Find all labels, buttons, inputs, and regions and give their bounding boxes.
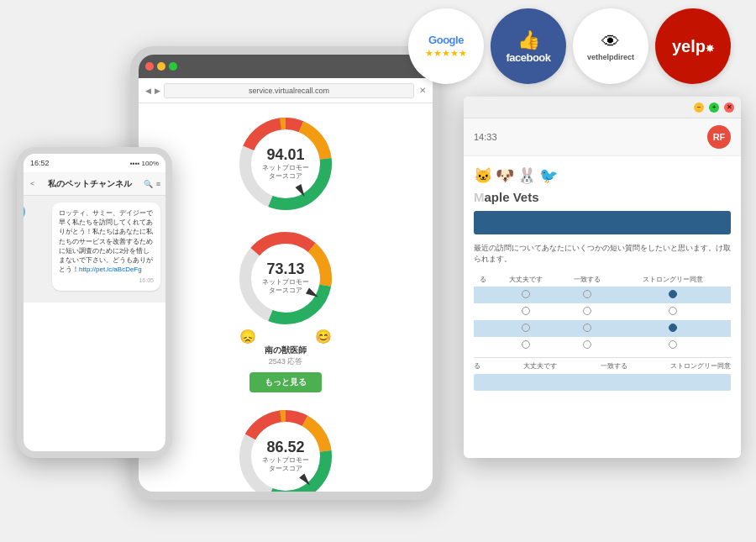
window-maximize-button[interactable]: +: [709, 103, 719, 113]
phone-signal-battery: ▪▪▪▪ 100%: [50, 160, 159, 167]
radio-btn[interactable]: [583, 340, 591, 349]
table-cell: [492, 320, 559, 337]
table-cell: [615, 320, 731, 337]
gauge-value-94: 94.01 ネットプロモータースコア: [260, 147, 311, 180]
window-close-button[interactable]: ✕: [724, 103, 734, 113]
vethelp-icon: 👁: [601, 31, 620, 53]
message-row: ロッティ、サミー、デイジーで早く私たちを訪問してくれてありがとう！私たちはあなた…: [29, 203, 160, 291]
gauge-wrap-94: 94.01 ネットプロモータースコア: [235, 113, 336, 214]
table-cell: [615, 287, 731, 303]
phone-channel-title: 私のペットチャンネル: [36, 178, 144, 190]
phone-nav-icons: 🔍 ≡: [144, 180, 160, 188]
brand-logos-container: Google ★★★★★ 👍 facebook 👁 vethelpdirect …: [408, 8, 731, 84]
gauge-value-86: 86.52 ネットプロモータースコア: [260, 439, 311, 472]
tablet-back-icon[interactable]: ◀: [145, 87, 151, 95]
table-cell: [474, 320, 492, 337]
footer-col-1: る: [474, 361, 480, 371]
tab-expand-dot[interactable]: [169, 62, 177, 71]
gauge-value-73: 73.13 ネットプロモータースコア: [260, 261, 311, 294]
window-nav-bar[interactable]: [474, 211, 731, 234]
radio-btn-selected[interactable]: [669, 324, 677, 332]
tablet-device: ◀ ▶ service.virtualrecall.com ✕: [130, 46, 441, 500]
phone-nav-bar: ＜ 私のペットチャンネル 🔍 ≡: [24, 172, 165, 196]
table-cell: [474, 337, 492, 354]
gauge-wrap-86: 86.52 ネットプロモータースコア: [235, 406, 336, 492]
tab-close-dot[interactable]: [145, 62, 154, 71]
gauge-wrap-73: 73.13 ネットプロモータースコア: [235, 228, 336, 329]
tablet-close-icon[interactable]: ✕: [419, 86, 426, 95]
footer-col-2: 大丈夫です: [523, 361, 557, 371]
col-header-2: 大丈夫です: [492, 272, 559, 287]
phone-back-button[interactable]: ＜: [29, 178, 36, 189]
facebook-logo: 👍 facebook: [491, 8, 566, 84]
message-time: 16:05: [59, 276, 154, 285]
tablet-url-input[interactable]: service.virtualrecall.com: [164, 83, 414, 98]
table-cell: [474, 287, 492, 303]
col-header-4: ストロングリー同意: [615, 272, 731, 287]
tablet-forward-icon[interactable]: ▶: [155, 87, 160, 95]
table-footer: る 大丈夫です 一致する ストロングリー同意: [474, 357, 731, 371]
yelp-text: yelp✸: [672, 37, 714, 56]
pet-bird-icon: 🐦: [539, 166, 558, 185]
survey-table: る 大丈夫です 一致する ストロングリー同意: [474, 272, 731, 354]
gauge-count-73: 2543 応答: [269, 356, 303, 367]
table-cell: [559, 337, 615, 354]
vethelpdirect-logo: 👁 vethelpdirect: [573, 8, 648, 84]
gauge-card-94: 94.01 ネットプロモータースコア: [227, 113, 344, 214]
google-stars: ★★★★★: [425, 48, 467, 59]
table-cell: [492, 303, 559, 320]
google-text: Google: [428, 34, 464, 46]
emoji-good-73: 😊: [315, 329, 332, 345]
vethelp-text: vethelpdirect: [587, 53, 634, 61]
table-cell: [559, 287, 615, 303]
gauge-label-86: ネットプロモータースコア: [260, 456, 311, 472]
gauge-card-73: 73.13 ネットプロモータースコア 😞 😊 南の獣医師 2543 応答 もっと…: [218, 228, 353, 392]
radio-btn[interactable]: [583, 290, 591, 298]
survey-question-text: 最近の訪問についてあなたにいくつかの短い質問をしたいと思います。け取られます。: [474, 243, 731, 264]
gauge-label-73: ネットプロモータースコア: [260, 278, 311, 294]
table-cell: [615, 337, 731, 354]
radio-btn[interactable]: [583, 307, 591, 315]
table-cell: [559, 303, 615, 320]
gauge-num-94: 94.01: [260, 147, 311, 162]
table-row: [474, 303, 731, 320]
tablet-titlebar: [139, 55, 433, 78]
radio-btn[interactable]: [583, 324, 591, 332]
table-cell: [492, 287, 559, 303]
yelp-logo: yelp✸: [655, 8, 731, 84]
message-link[interactable]: http://pet.lc/aBcDeFg: [79, 266, 142, 273]
radio-btn[interactable]: [522, 340, 530, 349]
phone-messages-area: ロッティ、サミー、デイジーで早く私たちを訪問してくれてありがとう！私たちはあなた…: [24, 196, 165, 303]
pet-rabbit-icon: 🐰: [517, 166, 536, 185]
pet-cat-icon: 🐱: [474, 166, 492, 185]
tablet-url-text: service.virtualrecall.com: [249, 87, 329, 95]
window-user-avatar: RF: [707, 125, 731, 149]
window-header: 14:33 RF: [464, 118, 741, 156]
tablet-content: 94.01 ネットプロモータースコア: [139, 103, 433, 492]
pet-dog-icon: 🐶: [496, 166, 514, 185]
radio-btn-selected[interactable]: [669, 290, 677, 298]
gauge-clinic-73: 南の獣医師: [265, 345, 307, 356]
radio-btn[interactable]: [522, 307, 530, 315]
radio-btn[interactable]: [522, 324, 530, 332]
window-minimize-button[interactable]: −: [694, 103, 704, 113]
tab-minimize-dot[interactable]: [157, 62, 165, 71]
table-footer-highlight: [474, 374, 731, 391]
radio-btn[interactable]: [669, 307, 677, 315]
window-content: 🐱 🐶 🐰 🐦 Maple Vets 最近の訪問についてあなたにいくつかの短い質…: [464, 156, 741, 401]
gauge-card-86: 86.52 ネットプロモータースコア 😞 😊 西の獣医師 877 応答 もっと見…: [218, 406, 353, 492]
footer-col-3: 一致する: [601, 361, 627, 371]
gauge-label-94: ネットプロモータースコア: [260, 164, 311, 180]
table-row: [474, 320, 731, 337]
message-avatar: [24, 203, 25, 221]
gauge-num-73: 73.13: [260, 261, 311, 276]
footer-col-4: ストロングリー同意: [670, 361, 731, 371]
more-button-73[interactable]: もっと見る: [249, 372, 322, 392]
table-cell: [559, 320, 615, 337]
phone-menu-icon[interactable]: ≡: [156, 180, 160, 188]
top-gauges-row: 94.01 ネットプロモータースコア: [145, 113, 426, 214]
phone-search-icon[interactable]: 🔍: [144, 180, 153, 188]
radio-btn[interactable]: [522, 290, 530, 298]
phone-device: 16:52 ▪▪▪▪ 100% ＜ 私のペットチャンネル 🔍 ≡ ロッティ、サミ…: [17, 147, 172, 458]
radio-btn[interactable]: [669, 340, 677, 349]
